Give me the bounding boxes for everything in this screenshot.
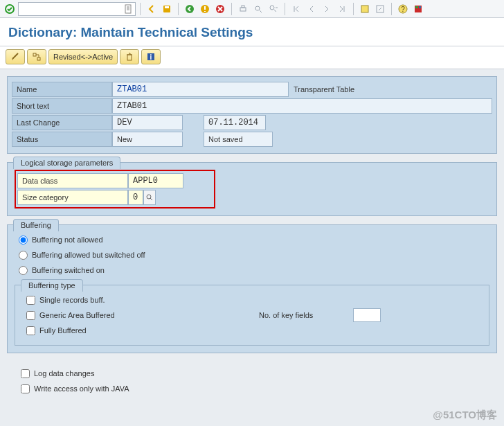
svg-rect-3 xyxy=(165,6,169,8)
separator xyxy=(178,3,179,15)
header-info: Name ZTAB01 Transparent Table Short text… xyxy=(7,76,497,154)
svg-rect-1 xyxy=(125,5,131,13)
svg-rect-20 xyxy=(127,55,132,60)
key-fields-input[interactable] xyxy=(353,308,381,322)
svg-rect-16 xyxy=(415,6,418,8)
short-text-field[interactable]: ZTAB01 xyxy=(112,98,492,114)
last-page-icon[interactable] xyxy=(335,2,349,16)
svg-point-10 xyxy=(270,6,274,10)
prev-page-icon[interactable] xyxy=(305,2,318,16)
generate-shortcut-icon[interactable] xyxy=(373,2,387,16)
fully-buffered[interactable]: Fully Buffered xyxy=(22,323,482,338)
log-data-changes[interactable]: Log data changes xyxy=(17,366,487,381)
write-access-java-checkbox[interactable] xyxy=(21,384,30,393)
single-records-buff[interactable]: Single records buff. xyxy=(22,292,482,308)
generic-area-buffered[interactable]: Generic Area Buffered xyxy=(26,311,255,320)
last-change-user: DEV xyxy=(112,115,183,130)
data-class-field[interactable]: APPL0 xyxy=(128,173,183,188)
nav-back-icon[interactable] xyxy=(183,2,197,16)
buffering-group-title: Buffering xyxy=(13,219,59,231)
log-data-changes-checkbox[interactable] xyxy=(21,369,30,378)
svg-point-4 xyxy=(186,5,194,13)
buffering-not-allowed-radio[interactable] xyxy=(19,236,28,245)
fully-buffered-label: Fully Buffered xyxy=(39,326,87,335)
find-next-icon[interactable] xyxy=(267,2,280,16)
content-area: Name ZTAB01 Transparent Table Short text… xyxy=(0,69,504,400)
name-label: Name xyxy=(12,82,112,97)
where-used-icon[interactable] xyxy=(27,49,46,64)
separator xyxy=(285,3,285,15)
single-records-label: Single records buff. xyxy=(39,296,105,304)
log-data-changes-label: Log data changes xyxy=(34,369,94,378)
write-access-java[interactable]: Write access only with JAVA xyxy=(17,381,487,396)
help-icon[interactable]: ? xyxy=(396,2,410,16)
data-class-label: Data class xyxy=(17,173,128,188)
storage-group-title: Logical storage parameters xyxy=(13,157,120,169)
short-text-label: Short text xyxy=(12,98,112,114)
standard-toolbar: ? xyxy=(0,0,504,18)
separator xyxy=(353,3,354,15)
command-field[interactable] xyxy=(18,2,136,16)
save-icon[interactable] xyxy=(160,2,174,16)
svg-rect-18 xyxy=(33,53,36,56)
enter-icon[interactable] xyxy=(3,2,17,16)
last-change-label: Last Change xyxy=(12,115,112,130)
table-type-value: Transparent Table xyxy=(289,82,441,97)
saved-value: Not saved xyxy=(204,132,273,147)
key-fields-label: No. of key fields xyxy=(259,311,349,319)
buffering-switched-on-label: Buffering switched on xyxy=(32,266,105,274)
svg-text:i: i xyxy=(150,53,152,61)
generic-area-checkbox[interactable] xyxy=(26,311,35,320)
buffering-type-title: Buffering type xyxy=(21,279,83,292)
highlight-box: Data class APPL0 Size category 0 xyxy=(15,170,215,208)
exit-icon[interactable] xyxy=(198,2,212,16)
revised-active-button[interactable]: Revised<->Active xyxy=(48,49,118,64)
name-field[interactable]: ZTAB01 xyxy=(112,82,289,97)
buffering-type-group: Buffering type Single records buff. Gene… xyxy=(15,285,489,346)
separator xyxy=(231,3,232,15)
buffering-switched-off-label: Buffering allowed but switched off xyxy=(32,251,145,259)
separator xyxy=(140,3,141,15)
toggle-display-icon[interactable] xyxy=(6,49,25,64)
size-category-field[interactable]: 0 xyxy=(128,190,143,205)
size-category-label: Size category xyxy=(17,190,128,205)
back-icon[interactable] xyxy=(145,2,159,16)
first-page-icon[interactable] xyxy=(289,2,303,16)
svg-point-9 xyxy=(255,6,260,10)
write-access-java-label: Write access only with JAVA xyxy=(34,384,129,393)
svg-text:?: ? xyxy=(401,6,405,13)
generic-area-label: Generic Area Buffered xyxy=(39,311,115,319)
find-icon[interactable] xyxy=(251,2,265,16)
separator xyxy=(391,3,392,15)
new-session-icon[interactable] xyxy=(358,2,372,16)
buffering-switched-on-radio[interactable] xyxy=(19,266,28,275)
svg-rect-11 xyxy=(361,6,368,12)
storage-group: Logical storage parameters Data class AP… xyxy=(7,162,497,216)
cancel-icon[interactable] xyxy=(213,2,227,16)
buffering-not-allowed[interactable]: Buffering not allowed xyxy=(15,232,489,247)
layout-menu-icon[interactable] xyxy=(411,2,425,16)
status-label: Status xyxy=(12,132,112,147)
bottom-options: Log data changes Write access only with … xyxy=(7,362,497,400)
svg-rect-17 xyxy=(419,6,421,8)
fully-buffered-checkbox[interactable] xyxy=(26,326,35,335)
info-icon[interactable]: i xyxy=(141,49,161,64)
page-title: Dictionary: Maintain Technical Settings xyxy=(0,18,504,46)
buffering-switched-on[interactable]: Buffering switched on xyxy=(15,263,489,278)
f4-help-icon[interactable] xyxy=(143,190,156,205)
buffering-switched-off-radio[interactable] xyxy=(19,251,28,260)
svg-rect-19 xyxy=(37,57,40,60)
svg-rect-7 xyxy=(240,8,246,11)
print-icon[interactable] xyxy=(236,2,250,16)
status-value: New xyxy=(112,132,183,147)
single-records-checkbox[interactable] xyxy=(26,296,35,305)
buffering-not-allowed-label: Buffering not allowed xyxy=(32,236,103,244)
local-toolbar: Revised<->Active i xyxy=(0,46,504,69)
watermark: @51CTO博客 xyxy=(433,409,497,422)
buffering-switched-off[interactable]: Buffering allowed but switched off xyxy=(15,247,489,263)
delete-icon[interactable] xyxy=(120,49,139,64)
last-change-date: 07.11.2014 xyxy=(204,115,266,130)
svg-rect-8 xyxy=(242,6,244,8)
next-page-icon[interactable] xyxy=(320,2,334,16)
buffering-group: Buffering Buffering not allowed Bufferin… xyxy=(7,224,497,353)
